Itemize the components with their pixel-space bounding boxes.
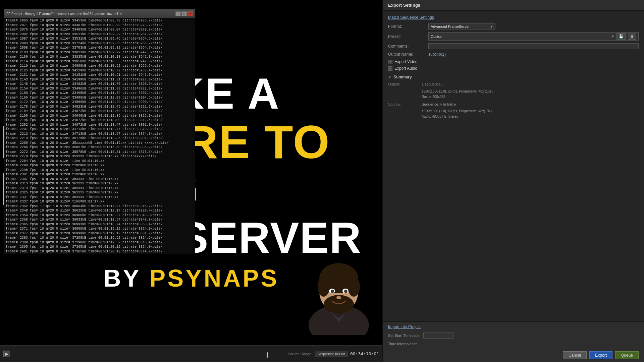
format-label: Format: bbox=[388, 24, 428, 29]
export-bottom-actions: Import into Project Set Start Timecode: … bbox=[383, 321, 644, 362]
terminal-line: frame= 2337 fps= 10 q=20.0 size= time=00… bbox=[6, 199, 194, 204]
source-range-value[interactable]: Sequence In/Out bbox=[315, 351, 347, 357]
terminal-line: frame= 2401 fps= 10 q=20.0 size= 37365kB… bbox=[6, 249, 194, 254]
terminal-window: FF Prompt - ffmpeg -i E:/temp/frameserve… bbox=[4, 9, 195, 254]
terminal-close-btn[interactable]: ✕ bbox=[187, 11, 193, 16]
svg-point-10 bbox=[344, 290, 347, 293]
queue-button[interactable]: Queue bbox=[615, 351, 639, 359]
person-avatar bbox=[305, 248, 379, 342]
terminal-line: frame= 2278 fps= 10 q=20.0 size= 35xxxx … bbox=[6, 154, 194, 159]
preset-dropdown-arrow: ▼ bbox=[611, 35, 614, 38]
terminal-title: FF Prompt - ffmpeg -i E:/temp/frameserve… bbox=[6, 12, 175, 16]
terminal-line: frame= 2148 fps= 10 q=20.0 size= 33482kB… bbox=[6, 82, 194, 86]
preset-dropdown[interactable]: Custom ▼ 💾 🗑 bbox=[428, 32, 639, 41]
export-settings-body: Match Sequence Settings Format: Advanced… bbox=[383, 11, 644, 321]
terminal-line: frame= 2389 fps= 10 q=20.0 size= 37298kB… bbox=[6, 240, 194, 245]
format-row: Format: Advanced FrameServer ▼ bbox=[388, 23, 639, 29]
terminal-line: frame= 2290 fps= 10 q=20.0 size= time=00… bbox=[6, 163, 194, 168]
terminal-line: frame= 2295 fps= 10 q=20.0 size= time=00… bbox=[6, 168, 194, 173]
export-video-label: Export Video bbox=[394, 59, 418, 64]
start-timecode-input[interactable] bbox=[423, 333, 453, 339]
summary-output-label: Output: bbox=[388, 81, 422, 87]
format-dropdown-arrow: ▼ bbox=[490, 25, 493, 28]
summary-title: Summary bbox=[393, 75, 412, 79]
export-button[interactable]: Export bbox=[589, 351, 612, 359]
svg-point-5 bbox=[348, 277, 360, 297]
summary-content: Output: 1 sequence... 644x362 (1.0), 2… bbox=[388, 81, 639, 119]
output-name-value[interactable]: subclip(1) bbox=[428, 52, 446, 57]
bottom-bar: ▶ Source Range: Sequence In/Out 00:34:10… bbox=[0, 345, 382, 362]
summary-source-row: Source: Sequence: Filmlink e bbox=[388, 102, 639, 108]
summary-source-audio: Audio: 48000 Hz, Stereo bbox=[422, 114, 639, 119]
export-settings-header: Export Settings bbox=[383, 0, 644, 11]
terminal-line: frame= 2383 fps= 10 q=20.0 size= 37298kB… bbox=[6, 236, 194, 240]
terminal-line: frame= 2076 fps= 10 q=20.0 size= 33483kB… bbox=[6, 27, 194, 32]
match-sequence-link[interactable]: Match Sequence Settings bbox=[388, 15, 434, 20]
terminal-line: frame= 2143 fps= 10 q=20.0 size= 34199kB… bbox=[6, 77, 194, 82]
export-audio-checkbox[interactable]: ✓ bbox=[388, 66, 392, 71]
timeline-thumb bbox=[267, 352, 268, 358]
time-interpolation-label: Time Interpolation: bbox=[388, 342, 419, 346]
svg-point-4 bbox=[318, 277, 330, 297]
terminal-line: frame= 2354 fps= 10 q=20.0 size= 36906kB… bbox=[6, 213, 194, 218]
person-silhouette bbox=[305, 248, 372, 335]
terminal-line: frame= 2377 fps= 10 q=20.0 size= 36999kB… bbox=[6, 231, 194, 236]
export-audio-row: ✓ Export Audio bbox=[388, 66, 639, 71]
terminal-line: frame= 2131 fps= 10 q=20.0 size= 34151kB… bbox=[6, 73, 194, 77]
terminal-line: frame= 2184 fps= 10 q=20.0 size= 34872kB… bbox=[6, 109, 194, 114]
comments-row: Comments: bbox=[388, 43, 639, 49]
format-dropdown[interactable]: Advanced FrameServer ▼ bbox=[428, 23, 495, 29]
terminal-line: frame= 2071 fps= 10 q=20.0 size= 33467kB… bbox=[6, 23, 194, 28]
svg-point-9 bbox=[331, 290, 334, 293]
terminal-line: frame= 2325 fps= 10 q=20.0 size= 36xxxx … bbox=[6, 190, 194, 195]
terminal-line: frame= 2307 fps= 10 q=20.0 size= 35xxxx … bbox=[6, 177, 194, 182]
terminal-line: frame= 2103 fps= 10 q=20.0 size= 33811kB… bbox=[6, 50, 194, 55]
preset-row: Preset: Custom ▼ 💾 🗑 bbox=[388, 32, 639, 41]
terminal-line: frame= 2125 fps= 10 q=20.0 size= 34129kB… bbox=[6, 68, 194, 73]
cancel-button[interactable]: Cancel bbox=[563, 351, 587, 359]
output-name-row: Output Name: subclip(1) bbox=[388, 52, 639, 57]
terminal-line: frame= 2348 fps= 10 q=20.0 size= 36625kB… bbox=[6, 208, 194, 213]
summary-section-header[interactable]: ▼ Summary bbox=[388, 75, 639, 79]
summary-output-detail: 1 sequence... bbox=[422, 81, 444, 87]
terminal-line: frame= 2331 fps= 10 q=20.0 size= 36xxxx … bbox=[6, 195, 194, 200]
terminal-line: frame= 2260 fps= 10 q=20.0 size= 35xxxxx… bbox=[6, 141, 194, 145]
comments-label: Comments: bbox=[388, 44, 428, 49]
export-audio-label: Export Audio bbox=[394, 66, 417, 71]
overlay-line4-prefix: BY bbox=[104, 265, 150, 292]
terminal-line: frame= 2160 fps= 10 q=20.0 size= 33496kB… bbox=[6, 91, 194, 96]
export-video-checkbox[interactable]: ✓ bbox=[388, 60, 392, 64]
terminal-titlebar: FF Prompt - ffmpeg -i E:/temp/frameserve… bbox=[4, 10, 195, 18]
terminal-line: frame= 2087 fps= 10 q=20.0 size= 33531kB… bbox=[6, 37, 194, 41]
play-button[interactable]: ▶ bbox=[3, 351, 10, 357]
terminal-line: frame= 2207 fps= 10 q=20.0 size= 34713kB… bbox=[6, 127, 194, 132]
terminal-line: frame= 2371 fps= 10 q=20.0 size= 36999kB… bbox=[6, 227, 194, 231]
terminal-line: frame= 2272 fps= 10 q=20.0 size= 35878kB… bbox=[6, 150, 194, 155]
terminal-line: frame= 2266 fps= 10 q=20.0 size= 35857kB… bbox=[6, 145, 194, 150]
terminal-line: frame= 2065 fps= 10 q=20.0 size= 33453kB… bbox=[6, 18, 194, 23]
overlay-line4: BY PSYNAPS bbox=[104, 266, 279, 290]
summary-source-detail: 644x362 (1.0), 60 fps, Progressive, 48… bbox=[422, 109, 639, 114]
preset-save-btn[interactable]: 💾 bbox=[616, 33, 626, 40]
terminal-line: frame= 2313 fps= 10 q=20.0 size= 36xxxx … bbox=[6, 181, 194, 186]
preset-delete-btn[interactable]: 🗑 bbox=[628, 34, 636, 40]
import-into-project-link[interactable]: Import into Project bbox=[388, 324, 421, 329]
terminal-content: frame= 2065 fps= 10 q=20.0 size= 33453kB… bbox=[4, 18, 195, 254]
terminal-line: frame= 2093 fps= 10 q=20.0 size= 33724kB… bbox=[6, 41, 194, 46]
terminal-line: frame= 2319 fps= 10 q=20.0 size= 36xxxx … bbox=[6, 186, 194, 191]
format-value: Advanced FrameServer bbox=[431, 24, 470, 28]
summary-output-raster: Raster:400x032 bbox=[422, 94, 639, 100]
summary-source-value: Sequence: Filmlink e bbox=[422, 102, 456, 108]
summary-arrow-icon: ▼ bbox=[388, 75, 391, 79]
terminal-line: frame= 2395 fps= 10 q=20.0 size= 37365kB… bbox=[6, 245, 194, 249]
comments-input[interactable] bbox=[428, 43, 639, 49]
output-name-label: Output Name: bbox=[388, 52, 428, 57]
preset-label: Preset: bbox=[388, 34, 428, 39]
terminal-restore-btn[interactable]: □ bbox=[181, 11, 187, 16]
summary-source-label: Source: bbox=[388, 102, 422, 108]
terminal-line: frame= 2109 fps= 10 q=20.0 size= 33835kB… bbox=[6, 55, 194, 59]
terminal-minimize-btn[interactable]: ─ bbox=[175, 11, 181, 16]
terminal-line: frame= 2166 fps= 10 q=20.0 size= 33496kB… bbox=[6, 96, 194, 100]
set-start-timecode-label: Set Start Timecode: bbox=[388, 334, 421, 338]
overlay-line4-highlight: PSYNAPS bbox=[149, 265, 279, 292]
